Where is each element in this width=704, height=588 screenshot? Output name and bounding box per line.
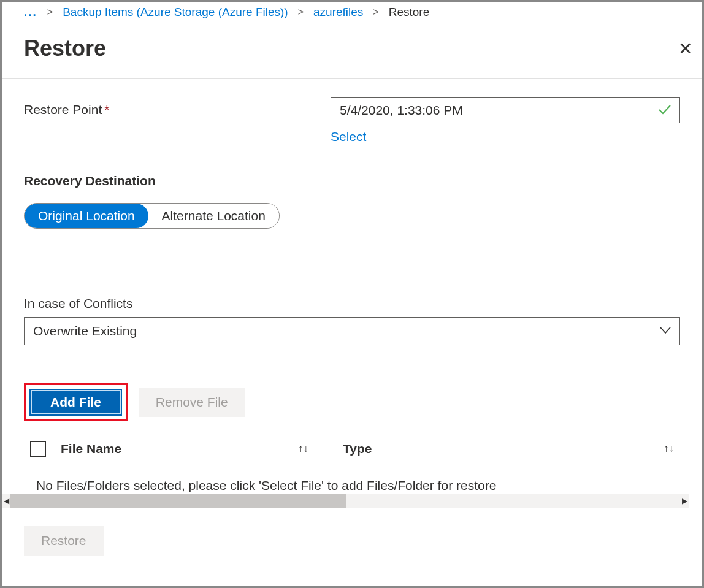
- page-title: Restore: [24, 36, 106, 61]
- page-header: Restore ✕: [2, 23, 702, 79]
- conflicts-dropdown[interactable]: Overwrite Existing: [24, 317, 680, 345]
- add-file-button[interactable]: Add File: [31, 390, 121, 414]
- original-location-option[interactable]: Original Location: [25, 204, 148, 228]
- sort-icon: ↑↓: [298, 443, 308, 455]
- select-all-checkbox[interactable]: [30, 441, 46, 457]
- alternate-location-option[interactable]: Alternate Location: [148, 204, 279, 228]
- scroll-right-arrow-icon[interactable]: ▶: [680, 494, 689, 508]
- column-header-type[interactable]: Type ↑↓: [331, 441, 674, 456]
- breadcrumb-separator: >: [47, 7, 53, 18]
- files-table: File Name ↑↓ Type ↑↓ No Files/Folders se…: [24, 436, 680, 493]
- empty-table-message: No Files/Folders selected, please click …: [24, 462, 680, 493]
- breadcrumb-azurefiles[interactable]: azurefiles: [313, 6, 363, 19]
- breadcrumb: ... > Backup Items (Azure Storage (Azure…: [2, 2, 702, 23]
- recovery-destination-label: Recovery Destination: [24, 174, 680, 188]
- breadcrumb-current: Restore: [389, 6, 430, 19]
- sort-icon: ↑↓: [664, 443, 674, 455]
- close-icon[interactable]: ✕: [678, 39, 692, 59]
- restore-point-value: 5/4/2020, 1:33:06 PM: [340, 103, 463, 118]
- horizontal-scrollbar[interactable]: ◀ ▶: [2, 494, 689, 508]
- restore-point-input[interactable]: 5/4/2020, 1:33:06 PM: [331, 97, 680, 123]
- breadcrumb-separator: >: [373, 7, 378, 18]
- restore-button[interactable]: Restore: [24, 526, 104, 556]
- conflicts-value: Overwrite Existing: [33, 324, 137, 338]
- recovery-destination-toggle: Original Location Alternate Location: [24, 203, 280, 229]
- select-restore-point-link[interactable]: Select: [331, 129, 366, 144]
- checkmark-icon: [659, 104, 671, 118]
- scroll-left-arrow-icon[interactable]: ◀: [2, 494, 10, 508]
- remove-file-button[interactable]: Remove File: [139, 388, 245, 417]
- column-header-filename[interactable]: File Name ↑↓: [61, 441, 331, 456]
- breadcrumb-separator: >: [298, 7, 304, 18]
- conflicts-label: In case of Conflicts: [24, 296, 680, 311]
- chevron-down-icon: [660, 326, 671, 337]
- add-file-highlight: Add File: [24, 383, 128, 421]
- breadcrumb-backup-items[interactable]: Backup Items (Azure Storage (Azure Files…: [63, 6, 288, 19]
- breadcrumb-ellipsis[interactable]: ...: [24, 6, 37, 19]
- restore-point-label: Restore Point*: [24, 97, 331, 117]
- scrollbar-thumb[interactable]: [10, 494, 346, 508]
